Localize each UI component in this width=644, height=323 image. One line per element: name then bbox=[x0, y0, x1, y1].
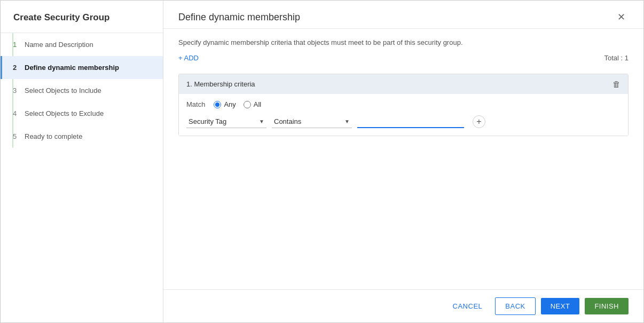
main-content: Define dynamic membership ✕ Specify dyna… bbox=[163, 1, 643, 322]
match-label: Match bbox=[186, 100, 205, 108]
step-label-1: Name and Description bbox=[25, 41, 93, 49]
back-button[interactable]: BACK bbox=[495, 297, 535, 315]
total-label: Total : 1 bbox=[604, 54, 629, 62]
radio-any-label: Any bbox=[224, 100, 235, 108]
sidebar: Create Security Group 1 Name and Descrip… bbox=[1, 1, 163, 322]
finish-button[interactable]: FINISH bbox=[585, 298, 629, 314]
operator-dropdown-wrapper: Contains ▼ bbox=[272, 115, 352, 128]
main-body: Specify dynamic membership criteria that… bbox=[163, 29, 643, 289]
field-dropdown-wrapper: Security Tag ▼ bbox=[186, 115, 266, 128]
operator-dropdown[interactable]: Contains bbox=[272, 115, 352, 128]
main-title: Define dynamic membership bbox=[178, 12, 300, 23]
step-num-2: 2 bbox=[13, 64, 20, 72]
step-num-3: 3 bbox=[13, 86, 20, 94]
subtitle: Specify dynamic membership criteria that… bbox=[178, 38, 629, 46]
condition-value-input[interactable] bbox=[357, 115, 464, 128]
radio-group: Any All bbox=[214, 100, 261, 108]
step-num-5: 5 bbox=[13, 132, 20, 140]
step-num-4: 4 bbox=[13, 109, 20, 117]
radio-all-input[interactable] bbox=[244, 101, 251, 108]
field-dropdown[interactable]: Security Tag bbox=[186, 115, 266, 128]
radio-all-label: All bbox=[254, 100, 261, 108]
step-num-1: 1 bbox=[13, 41, 20, 49]
radio-all[interactable]: All bbox=[244, 100, 261, 108]
next-button[interactable]: NEXT bbox=[541, 298, 580, 314]
radio-any-input[interactable] bbox=[214, 101, 221, 108]
match-row: Match Any All bbox=[186, 100, 621, 108]
sidebar-step-2[interactable]: 2 Define dynamic membership bbox=[1, 56, 163, 79]
sidebar-step-5[interactable]: 5 Ready to complete bbox=[1, 125, 163, 148]
main-footer: CANCEL BACK NEXT FINISH bbox=[163, 289, 643, 322]
sidebar-steps: 1 Name and Description 2 Define dynamic … bbox=[1, 33, 163, 148]
sidebar-step-4[interactable]: 4 Select Objects to Exclude bbox=[1, 102, 163, 125]
main-header: Define dynamic membership ✕ bbox=[163, 1, 643, 29]
sidebar-step-3[interactable]: 3 Select Objects to Include bbox=[1, 79, 163, 102]
steps-container: 1 Name and Description 2 Define dynamic … bbox=[1, 33, 163, 148]
criteria-body: Match Any All bbox=[179, 94, 628, 136]
add-condition-button[interactable]: + bbox=[473, 115, 485, 128]
close-button[interactable]: ✕ bbox=[614, 11, 629, 23]
add-total-row: + ADD Total : 1 bbox=[178, 54, 629, 68]
criteria-header: 1. Membership criteria 🗑 bbox=[179, 74, 628, 94]
step-label-2: Define dynamic membership bbox=[25, 64, 119, 72]
sidebar-title: Create Security Group bbox=[1, 1, 163, 33]
sidebar-step-1[interactable]: 1 Name and Description bbox=[1, 33, 163, 56]
delete-icon[interactable]: 🗑 bbox=[612, 80, 621, 89]
radio-any[interactable]: Any bbox=[214, 100, 235, 108]
step-label-3: Select Objects to Include bbox=[25, 86, 101, 94]
step-label-4: Select Objects to Exclude bbox=[25, 109, 104, 117]
add-button[interactable]: + ADD bbox=[178, 54, 199, 62]
cancel-button[interactable]: CANCEL bbox=[445, 298, 490, 314]
criteria-header-label: 1. Membership criteria bbox=[186, 80, 255, 88]
step-label-5: Ready to complete bbox=[25, 132, 82, 140]
criteria-section: 1. Membership criteria 🗑 Match Any bbox=[178, 74, 629, 136]
modal-wrapper: Create Security Group 1 Name and Descrip… bbox=[0, 0, 644, 323]
condition-row: Security Tag ▼ Contains ▼ + bbox=[186, 115, 621, 128]
